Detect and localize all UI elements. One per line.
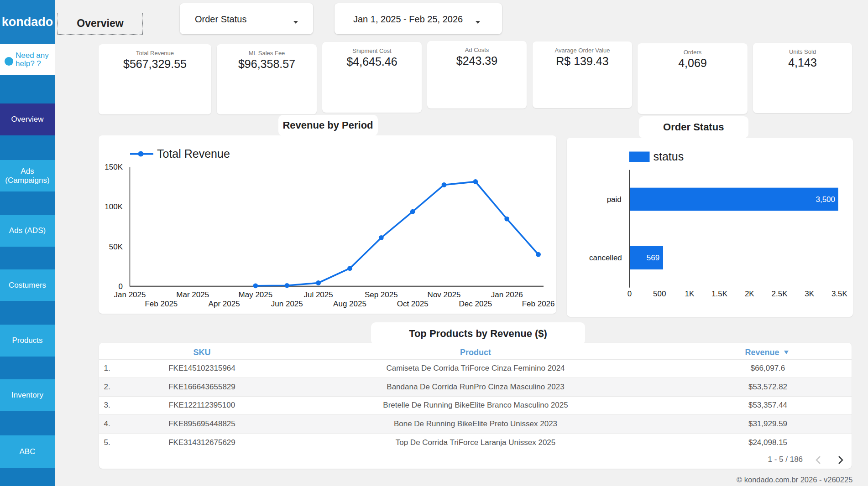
svg-text:569: 569 xyxy=(646,253,659,262)
svg-text:Jan 2026: Jan 2026 xyxy=(491,290,523,299)
svg-text:Nov 2025: Nov 2025 xyxy=(428,290,461,299)
svg-text:May 2025: May 2025 xyxy=(239,290,273,299)
svg-text:1K: 1K xyxy=(685,289,694,298)
svg-text:Aug 2025: Aug 2025 xyxy=(333,299,366,308)
svg-text:status: status xyxy=(653,150,684,163)
svg-text:3,500: 3,500 xyxy=(816,195,835,204)
svg-text:100K: 100K xyxy=(105,202,123,211)
svg-text:1.5K: 1.5K xyxy=(711,289,728,298)
svg-text:0: 0 xyxy=(119,282,123,291)
svg-text:Sep 2025: Sep 2025 xyxy=(365,290,398,299)
svg-text:Oct 2025: Oct 2025 xyxy=(397,299,429,308)
svg-text:50K: 50K xyxy=(109,242,123,251)
svg-text:3K: 3K xyxy=(805,289,814,298)
svg-text:3.5K: 3.5K xyxy=(831,289,847,298)
svg-text:Jul 2025: Jul 2025 xyxy=(303,290,333,299)
svg-text:2.5K: 2.5K xyxy=(771,289,788,298)
svg-text:Feb 2025: Feb 2025 xyxy=(145,299,178,308)
svg-text:Jun 2025: Jun 2025 xyxy=(271,299,303,308)
svg-text:Jan 2025: Jan 2025 xyxy=(114,290,146,299)
svg-text:cancelled: cancelled xyxy=(589,253,622,262)
svg-text:2K: 2K xyxy=(744,289,754,298)
svg-text:Dec 2025: Dec 2025 xyxy=(459,299,492,308)
svg-text:Apr 2025: Apr 2025 xyxy=(209,299,240,308)
svg-text:paid: paid xyxy=(607,195,621,204)
svg-text:0: 0 xyxy=(627,289,631,298)
svg-text:Total Revenue: Total Revenue xyxy=(157,147,230,160)
svg-text:Mar 2025: Mar 2025 xyxy=(176,290,209,299)
svg-text:500: 500 xyxy=(653,289,666,298)
svg-text:Feb 2026: Feb 2026 xyxy=(522,299,555,308)
svg-text:150K: 150K xyxy=(105,163,123,171)
